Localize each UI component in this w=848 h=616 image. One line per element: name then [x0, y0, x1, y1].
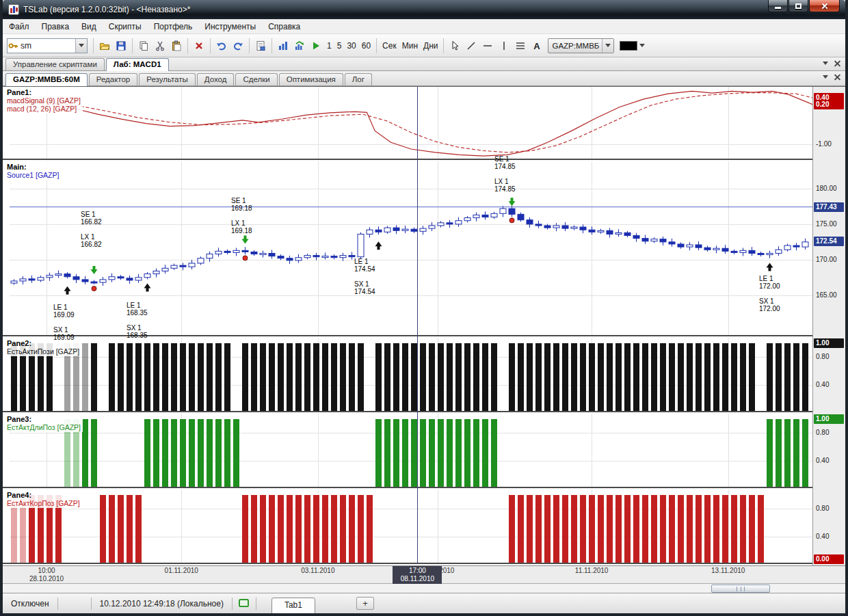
time-axis[interactable]: 10:00 28.10.201001.11.201003.11.201009.1… [3, 565, 845, 583]
close-tab-icon[interactable] [834, 73, 841, 81]
axis-label: 175.00 [816, 219, 837, 229]
time-axis-label: 13.11.2010 [701, 567, 756, 575]
open-button[interactable] [96, 38, 113, 54]
color-picker-button[interactable] [618, 38, 647, 53]
minimize-button[interactable] [768, 0, 788, 12]
tab-log[interactable]: Лог [345, 73, 372, 85]
color-swatch-icon [620, 41, 637, 51]
copy-icon [138, 40, 149, 51]
timeframe-1-button[interactable]: 1 [324, 40, 334, 52]
trend-line-tool-button[interactable] [463, 38, 479, 54]
series-label: ЕстАктКорПоз [GAZP] [7, 499, 80, 507]
clock: 10.12.2010 12:49:18 (Локальное) [97, 599, 226, 608]
run-icon [310, 40, 321, 51]
chevron-down-icon [79, 44, 84, 47]
pointer-tool-button[interactable] [447, 38, 463, 54]
vertical-line-tool-button[interactable] [496, 38, 512, 54]
paste-button[interactable] [168, 38, 185, 54]
statusbar-separator [57, 598, 58, 610]
levels-tool-button[interactable] [512, 38, 529, 54]
svg-text:A: A [534, 40, 541, 51]
close-button[interactable] [809, 0, 840, 12]
timeframe-60-button[interactable]: 60 [359, 40, 373, 52]
toolbar-separator [210, 38, 211, 53]
tab-gazp-chart[interactable]: GAZP:ММВБ:60М [5, 73, 88, 86]
text-tool-button[interactable]: A [529, 38, 545, 54]
tab-lab-macd1[interactable]: Лаб: MACD1 [106, 58, 169, 71]
menu-file[interactable]: Файл [3, 20, 36, 34]
close-tab-icon[interactable] [834, 59, 841, 67]
titlebar[interactable]: TSLab (версия 1.2.0.0:32bit) - <Неназван… [3, 0, 845, 19]
menu-edit[interactable]: Правка [36, 20, 76, 34]
unit-seconds-button[interactable]: Сек [380, 40, 399, 52]
undo-button[interactable] [213, 38, 230, 54]
tab-results[interactable]: Результаты [139, 73, 196, 85]
delete-button[interactable] [191, 38, 207, 54]
chart-pane-pane3[interactable]: Pane3:ЕстАктДлиПоз [GAZP] [3, 414, 845, 488]
toolbar-separator [443, 38, 444, 53]
horizontal-line-tool-button[interactable] [479, 38, 496, 54]
search-input[interactable]: sm [7, 38, 88, 53]
horizontal-scrollbar[interactable] [3, 583, 845, 593]
tab-optimization[interactable]: Оптимизация [279, 73, 343, 85]
axis-label: 0.40 [816, 456, 829, 466]
menu-help[interactable]: Справка [262, 20, 306, 34]
chart-pane-pane2[interactable]: Pane2:ЕстьАктиПози [GAZP] [3, 338, 845, 412]
instrument-value: GAZP:ММВБ [552, 42, 599, 50]
chart-pane-pane4[interactable]: Pane4:ЕстАктКорПоз [GAZP] [3, 490, 845, 564]
tab-list-dropdown-icon[interactable] [823, 75, 828, 79]
pane-canvas [10, 490, 812, 564]
statusbar-separator [232, 598, 233, 610]
run-button[interactable] [308, 38, 324, 54]
timeframe-5-button[interactable]: 5 [334, 40, 345, 52]
bars-layer [11, 343, 808, 412]
axis-label: 180.00 [816, 184, 837, 193]
series-label: Source1 [GAZP] [7, 171, 59, 179]
axis-label: 0.80 [816, 428, 829, 438]
maximize-icon [795, 3, 801, 9]
unit-days-button[interactable]: Дни [421, 40, 440, 52]
pane-title: Pane4: [7, 491, 80, 499]
levels-icon [515, 40, 526, 51]
axis-badge: 0.00 [814, 554, 844, 564]
instrument-selector[interactable]: GAZP:ММВБ [548, 38, 614, 53]
connection-status: Отключен [8, 599, 52, 608]
timeframe-30-button[interactable]: 30 [344, 40, 358, 52]
chevron-down-icon [605, 44, 611, 47]
tab-script-management[interactable]: Управление скриптами [5, 58, 105, 70]
tab-trades[interactable]: Сделки [235, 73, 277, 85]
menu-tools[interactable]: Инструменты [198, 20, 262, 34]
price-axis[interactable]: 0.400.20-1.00180.00177.43175.00172.54170… [812, 87, 845, 565]
axis-label: 0.40 [816, 380, 829, 390]
pointer-icon [449, 40, 460, 51]
menu-view[interactable]: Вид [75, 20, 103, 34]
window-controls [767, 0, 840, 12]
copy-button[interactable] [135, 38, 152, 54]
candles-layer [11, 205, 808, 286]
menu-scripts[interactable]: Скрипты [103, 20, 148, 34]
scrollbar-thumb[interactable] [711, 585, 770, 593]
bottom-tab-tab1[interactable]: Tab1 [271, 598, 315, 614]
chart-export-button[interactable] [291, 38, 308, 54]
save-button[interactable] [113, 38, 129, 54]
menu-portfolio[interactable]: Портфель [148, 20, 199, 34]
time-axis-label: 03.11.2010 [291, 567, 345, 575]
search-dropdown-button[interactable] [75, 39, 87, 53]
tab-editor[interactable]: Редактор [89, 73, 138, 85]
unit-minutes-button[interactable]: Мин [399, 40, 421, 52]
cut-button[interactable] [152, 38, 168, 54]
add-tab-button[interactable]: + [356, 597, 374, 610]
redo-button[interactable] [230, 38, 246, 54]
chart-button[interactable] [275, 38, 291, 54]
tab-list-dropdown-icon[interactable] [823, 62, 828, 65]
save-icon [116, 40, 127, 51]
chart-pane-pane1[interactable]: Pane1:macdSignal (9) [GAZP]macd (12, 26)… [3, 87, 845, 160]
maximize-button[interactable] [789, 0, 808, 12]
script-button[interactable] [252, 38, 269, 54]
chart-pane-main[interactable]: Main:Source1 [GAZP] [3, 161, 845, 336]
tab-income[interactable]: Доход [197, 73, 235, 85]
vertical-line-icon [499, 40, 509, 51]
chart-region: Pane1:macdSignal (9) [GAZP]macd (12, 26)… [3, 86, 845, 593]
instrument-dropdown-button[interactable] [602, 39, 613, 53]
axis-badge: 0.20 [814, 100, 844, 109]
